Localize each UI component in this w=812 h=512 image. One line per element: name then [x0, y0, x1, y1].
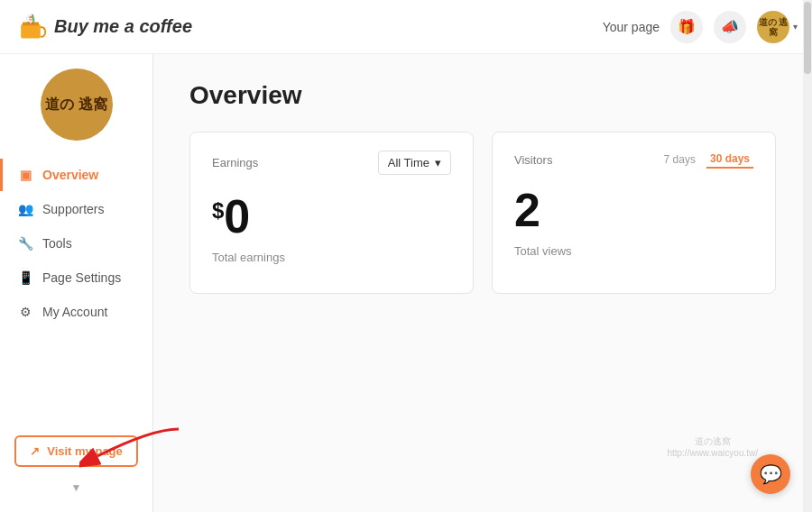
- tools-icon: 🔧: [17, 236, 33, 251]
- sidebar-avatar-container: 道の 逃窩: [0, 69, 152, 141]
- header-right: Your page 🎁 📣 道の 逃窩 ▾: [603, 11, 798, 43]
- visit-my-page-button[interactable]: ↗ Visit my page: [14, 435, 138, 467]
- svg-rect-0: [21, 23, 41, 38]
- page-wrapper: 🎅 Buy me a coffee Your page 🎁 📣 道の 逃窩 ▾: [0, 0, 812, 512]
- logo-icon: 🎅: [14, 11, 47, 43]
- sidebar: 道の 逃窩 ▣ Overview 👥 Supporters 🔧 Tools: [0, 54, 153, 512]
- visitors-value: 2: [514, 187, 540, 233]
- visit-icon: ↗: [30, 444, 40, 458]
- time-filters: 7 days 30 days: [660, 151, 753, 169]
- currency-symbol: $: [212, 200, 224, 222]
- sidebar-item-page-settings-label: Page Settings: [42, 270, 121, 285]
- visit-btn-container: ↗ Visit my page: [0, 425, 152, 478]
- sidebar-item-overview[interactable]: ▣ Overview: [0, 159, 152, 191]
- avatar-dropdown-button[interactable]: 道の 逃窩 ▾: [757, 11, 798, 43]
- sidebar-avatar-kanji: 道の 逃窩: [45, 96, 106, 114]
- logo-text: Buy me a coffee: [54, 16, 192, 37]
- watermark: 道の逃窩 http://www.waicyou.tw/: [667, 435, 758, 458]
- your-page-label: Your page: [603, 20, 660, 34]
- earnings-label: Earnings: [212, 156, 258, 169]
- watermark-line1: 道の逃窩: [667, 435, 758, 448]
- visitors-label: Visitors: [514, 153, 552, 167]
- visitors-card-header: Visitors 7 days 30 days: [514, 151, 753, 169]
- supporters-icon: 👥: [17, 202, 33, 216]
- chat-button[interactable]: 💬: [751, 454, 790, 494]
- page-settings-icon: 📱: [17, 270, 33, 285]
- sidebar-item-overview-label: Overview: [42, 168, 98, 182]
- cards-row: Earnings All Time ▾ $ 0 Total earnings: [189, 132, 776, 294]
- megaphone-icon: 📣: [721, 18, 739, 35]
- header-avatar: 道の 逃窩: [757, 11, 789, 43]
- sidebar-item-my-account-label: My Account: [42, 305, 107, 319]
- all-time-dropdown[interactable]: All Time ▾: [378, 151, 451, 175]
- my-account-icon: ⚙: [17, 305, 33, 319]
- megaphone-button[interactable]: 📣: [714, 11, 746, 43]
- scrollbar[interactable]: [803, 54, 812, 512]
- earnings-value: 0: [224, 193, 250, 240]
- sidebar-item-supporters[interactable]: 👥 Supporters: [0, 193, 152, 225]
- filter-7-days[interactable]: 7 days: [660, 151, 699, 168]
- visitors-card: Visitors 7 days 30 days 2 Total views: [492, 132, 776, 294]
- earnings-card-header: Earnings All Time ▾: [212, 151, 451, 175]
- chat-icon: 💬: [760, 463, 782, 485]
- sidebar-item-page-settings[interactable]: 📱 Page Settings: [0, 261, 152, 294]
- sidebar-avatar: 道の 逃窩: [41, 69, 113, 141]
- visit-btn-label: Visit my page: [47, 444, 123, 458]
- scrollbar-thumb: [804, 54, 811, 74]
- gift-button[interactable]: 🎁: [670, 11, 703, 43]
- total-views-label: Total views: [514, 244, 753, 258]
- header-avatar-kanji: 道の 逃窩: [757, 17, 789, 37]
- header: 🎅 Buy me a coffee Your page 🎁 📣 道の 逃窩 ▾: [0, 0, 812, 54]
- watermark-line2: http://www.waicyou.tw/: [667, 448, 758, 458]
- visitors-count: 2: [514, 187, 753, 233]
- sidebar-scroll-down: ▼: [0, 478, 152, 498]
- sidebar-item-tools[interactable]: 🔧 Tools: [0, 227, 152, 260]
- page-title: Overview: [189, 81, 776, 110]
- sidebar-item-tools-label: Tools: [42, 236, 72, 251]
- sidebar-item-my-account[interactable]: ⚙ My Account: [0, 296, 152, 328]
- overview-icon: ▣: [17, 168, 33, 182]
- earnings-amount: $ 0: [212, 193, 451, 240]
- filter-30-days[interactable]: 30 days: [706, 151, 753, 169]
- gift-icon: 🎁: [678, 18, 696, 35]
- sidebar-nav: ▣ Overview 👥 Supporters 🔧 Tools 📱 Page S…: [0, 159, 152, 425]
- header-left: 🎅 Buy me a coffee: [14, 11, 192, 43]
- dropdown-chevron-icon: ▾: [435, 156, 441, 169]
- earnings-card: Earnings All Time ▾ $ 0 Total earnings: [189, 132, 474, 294]
- sidebar-item-supporters-label: Supporters: [42, 202, 104, 216]
- all-time-label: All Time: [388, 156, 429, 169]
- chevron-down-icon: ▾: [793, 22, 798, 32]
- total-earnings-label: Total earnings: [212, 251, 451, 264]
